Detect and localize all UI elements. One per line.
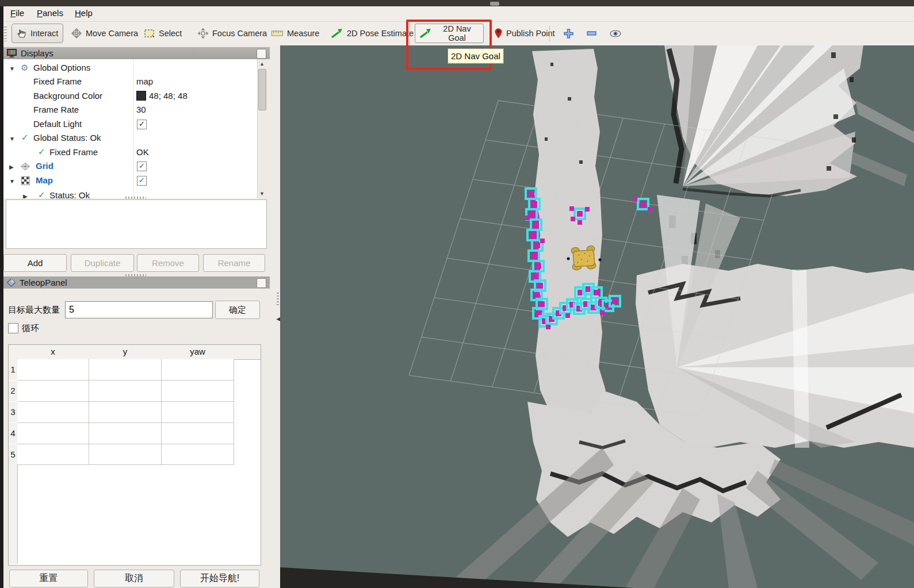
3d-viewport[interactable] — [280, 45, 914, 588]
minus-icon — [587, 31, 596, 36]
cell-y-1[interactable] — [89, 359, 162, 381]
panel-splitter-dots[interactable] — [277, 293, 279, 305]
menu-help[interactable]: Help — [75, 8, 93, 18]
tree-row-map[interactable]: ▼ Map ✓ — [3, 174, 257, 188]
render-scene — [280, 45, 914, 588]
displays-panel-title: Displays — [21, 48, 53, 58]
pose-estimate-label: 2D Pose Estimate — [347, 29, 414, 38]
displays-scrollbar[interactable]: ▲ ▼ — [257, 59, 266, 198]
cell-x-4[interactable] — [17, 423, 89, 444]
cell-x-2[interactable] — [17, 381, 89, 402]
expand-arrow-icon[interactable]: ▶ — [9, 164, 14, 170]
cell-y-4[interactable] — [89, 423, 162, 444]
cell-y-3[interactable] — [89, 402, 162, 423]
scroll-thumb[interactable] — [258, 69, 266, 110]
add-display-tool-button[interactable] — [559, 24, 576, 43]
background-color-value[interactable]: 48; 48; 48 — [136, 91, 188, 101]
row-header-2[interactable]: 2 — [9, 381, 18, 401]
duplicate-display-button[interactable]: Duplicate — [71, 254, 134, 272]
visibility-tool-button[interactable] — [605, 24, 625, 43]
window-titlebar[interactable] — [0, 0, 914, 6]
focus-crosshair-icon — [198, 28, 208, 39]
cell-yaw-3[interactable] — [162, 402, 234, 423]
status-ok-check-icon: ✓ — [38, 147, 45, 157]
cell-x-3[interactable] — [17, 402, 89, 423]
cell-yaw-1[interactable] — [162, 359, 234, 381]
row-header-1[interactable]: 1 — [9, 359, 18, 380]
frame-rate-value[interactable]: 30 — [136, 105, 146, 114]
move-camera-tool-button[interactable]: Move Camera — [67, 24, 143, 43]
tree-row-global-status[interactable]: ▼ ✓ Global Status: Ok — [3, 132, 257, 145]
cancel-button[interactable]: 取消 — [94, 570, 174, 587]
menu-file[interactable]: File — [10, 8, 24, 18]
column-header-y[interactable]: y — [89, 347, 161, 356]
select-label: Select — [159, 29, 182, 38]
displays-panel-header[interactable]: Displays — [3, 47, 270, 59]
grid-checkbox[interactable]: ✓ — [137, 162, 147, 171]
tree-row-frame-rate[interactable]: Frame Rate 30 — [3, 103, 257, 117]
tree-row-default-light[interactable]: Default Light ✓ — [3, 118, 257, 132]
interact-tool-button[interactable]: Interact — [12, 24, 63, 43]
map-checkbox[interactable]: ✓ — [137, 176, 147, 186]
collapse-arrow-icon[interactable]: ▼ — [9, 136, 15, 142]
side-panel: Displays ▼ ⚙ Global Options Fixed Frame … — [3, 45, 280, 588]
remove-display-button[interactable]: Remove — [137, 254, 199, 272]
row-header-3[interactable]: 3 — [9, 402, 18, 422]
cell-y-5[interactable] — [89, 444, 162, 465]
green-arrow-icon — [331, 29, 343, 38]
displays-float-button[interactable] — [257, 49, 266, 59]
teleop-float-button[interactable] — [257, 278, 266, 288]
row-header-5[interactable]: 5 — [9, 444, 18, 464]
cell-yaw-4[interactable] — [162, 423, 234, 444]
toolbar-separator — [549, 25, 550, 41]
add-display-button[interactable]: Add — [3, 254, 67, 272]
expand-arrow-icon[interactable]: ▶ — [23, 193, 28, 198]
collapse-arrow-icon[interactable]: ▼ — [9, 178, 15, 185]
max-goal-input[interactable] — [65, 301, 213, 318]
focus-camera-tool-button[interactable]: Focus Camera — [193, 24, 271, 43]
measure-tool-button[interactable]: Measure — [267, 24, 324, 43]
menu-panels[interactable]: Panels — [37, 8, 63, 18]
teleop-panel-header[interactable]: TeleopPanel — [3, 276, 270, 289]
loop-checkbox[interactable] — [8, 323, 18, 333]
select-tool-button[interactable]: Select — [140, 24, 186, 43]
collapse-arrow-icon[interactable]: ▼ — [9, 66, 15, 72]
tree-row-fixed-frame-status[interactable]: ✓ Fixed Frame OK — [3, 146, 257, 160]
ruler-icon — [271, 30, 283, 36]
scroll-down-icon[interactable]: ▼ — [259, 191, 265, 197]
remove-display-tool-button[interactable] — [582, 24, 599, 43]
cell-yaw-5[interactable] — [162, 444, 234, 465]
pose-estimate-tool-button[interactable]: 2D Pose Estimate — [327, 24, 418, 43]
toolbar-grip[interactable] — [4, 26, 7, 41]
fixed-frame-value[interactable]: map — [136, 76, 153, 86]
cell-y-2[interactable] — [89, 381, 162, 402]
displays-tree: ▼ ⚙ Global Options Fixed Frame map Backg… — [3, 59, 266, 198]
focus-camera-label: Focus Camera — [212, 29, 267, 38]
display-description-box — [6, 199, 267, 249]
row-header-4[interactable]: 4 — [9, 423, 18, 444]
tree-row-fixed-frame[interactable]: Fixed Frame map — [3, 75, 257, 89]
goal-table: x y yaw 1 2 3 4 5 — [8, 344, 261, 566]
rename-display-button[interactable]: Rename — [203, 254, 265, 272]
nav-goal-tooltip: 2D Nav Goal — [448, 48, 504, 64]
splitter-handle[interactable] — [125, 197, 146, 199]
cell-x-1[interactable] — [17, 359, 89, 381]
cell-x-5[interactable] — [17, 444, 89, 465]
fixed-frame-status-value: OK — [136, 147, 149, 157]
tree-row-global-options[interactable]: ▼ ⚙ Global Options — [3, 62, 257, 75]
tree-row-grid[interactable]: ▶ Grid ✓ — [3, 160, 257, 174]
confirm-button[interactable]: 确定 — [215, 301, 260, 319]
hand-cursor-icon — [17, 29, 26, 39]
column-header-x[interactable]: x — [17, 347, 89, 356]
eye-icon — [610, 30, 621, 37]
scroll-up-icon[interactable]: ▲ — [259, 61, 265, 67]
start-navigation-button[interactable]: 开始导航! — [180, 570, 259, 587]
rviz-window: File Panels Help Interact Move Camera — [0, 0, 914, 588]
cell-yaw-2[interactable] — [162, 381, 234, 402]
move-camera-label: Move Camera — [86, 29, 138, 38]
reset-button[interactable]: 重置 — [9, 570, 88, 587]
tooltip-text: 2D Nav Goal — [451, 51, 500, 61]
column-header-yaw[interactable]: yaw — [162, 347, 234, 356]
tree-row-background-color[interactable]: Background Color 48; 48; 48 — [3, 90, 257, 103]
default-light-checkbox[interactable]: ✓ — [137, 120, 147, 129]
